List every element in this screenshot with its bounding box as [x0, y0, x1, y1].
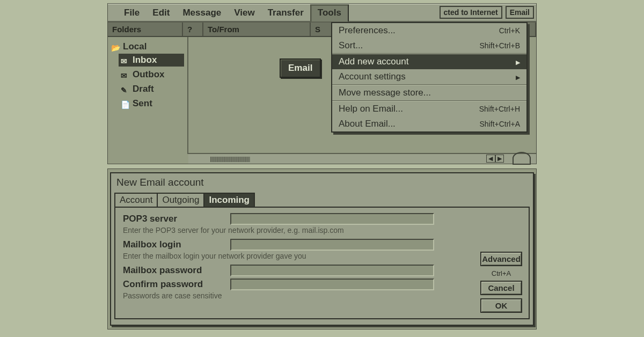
- menu-move-message-store[interactable]: Move message store...: [332, 85, 526, 100]
- tab-incoming[interactable]: Incoming: [203, 193, 255, 207]
- scrollbar-ticks: ||||||||||||||||||||||||||||||||||||||||: [210, 156, 250, 162]
- menu-item-shortcut: Shift+Ctrl+A: [480, 120, 520, 128]
- menu-help-on-email[interactable]: Help on Email... Shift+Ctrl+H: [332, 101, 526, 116]
- menu-item-label: Account settings: [339, 71, 406, 82]
- menu-item-shortcut: Shift+Ctrl+B: [480, 41, 520, 50]
- menu-preferences[interactable]: Preferences... Ctrl+K: [332, 23, 526, 38]
- email-main-window: File Edit Message View Transfer Tools ct…: [107, 3, 537, 164]
- folder-open-icon: [111, 42, 121, 51]
- scroll-left-icon[interactable]: ◀: [486, 155, 495, 163]
- menu-account-settings[interactable]: Account settings: [332, 69, 526, 84]
- menu-item-label: Preferences...: [339, 25, 396, 36]
- scroll-right-icon[interactable]: ▶: [495, 155, 504, 163]
- menu-add-new-account[interactable]: Add new account: [332, 54, 526, 69]
- tab-incoming-body: POP3 server Enter the POP3 server for yo…: [114, 207, 530, 319]
- connection-status: cted to Internet: [440, 6, 502, 19]
- tools-dropdown: Preferences... Ctrl+K Sort... Shift+Ctrl…: [331, 22, 528, 133]
- confirm-password-input[interactable]: [230, 279, 434, 290]
- menu-item-shortcut: Ctrl+K: [499, 26, 520, 35]
- menu-item-label: Add new account: [339, 56, 408, 67]
- menu-file[interactable]: File: [118, 5, 146, 20]
- menu-item-shortcut: Shift+Ctrl+H: [479, 105, 520, 113]
- ok-button[interactable]: OK: [480, 298, 522, 313]
- submenu-arrow-icon: [511, 71, 520, 82]
- confirm-password-label: Confirm password: [123, 279, 230, 290]
- menu-message[interactable]: Message: [176, 5, 228, 20]
- outbox-icon: [121, 70, 130, 79]
- menu-item-label: Help on Email...: [339, 104, 403, 114]
- mailbox-login-label: Mailbox login: [123, 239, 230, 250]
- tree-item-outbox[interactable]: Outbox: [119, 68, 184, 81]
- pop3-server-label: POP3 server: [123, 214, 230, 224]
- tree-root-local[interactable]: Local: [111, 41, 184, 52]
- menu-item-label: About Email...: [339, 119, 396, 129]
- pop3-server-hint: Enter the POP3 server for your network p…: [123, 226, 521, 235]
- folder-tree: Local Inbox Outbox Draft Sent: [108, 37, 188, 154]
- menu-item-label: Move message store...: [339, 87, 431, 98]
- tree-item-draft[interactable]: Draft: [119, 83, 184, 96]
- mailbox-password-input[interactable]: [230, 265, 434, 276]
- cancel-button[interactable]: Cancel: [480, 281, 522, 295]
- password-hint: Passwords are case sensitive: [123, 291, 521, 300]
- tree-item-sent[interactable]: Sent: [119, 97, 184, 110]
- tree-root-label: Local: [123, 41, 147, 52]
- tab-account[interactable]: Account: [114, 193, 158, 207]
- menu-about-email[interactable]: About Email... Shift+Ctrl+A: [332, 116, 526, 131]
- menu-item-label: Sort...: [339, 40, 363, 51]
- menu-tools[interactable]: Tools: [310, 4, 349, 21]
- clock-icon: [513, 152, 531, 165]
- tree-item-inbox[interactable]: Inbox: [119, 54, 184, 67]
- tree-item-label: Draft: [133, 84, 154, 94]
- tree-item-label: Inbox: [133, 55, 157, 65]
- tree-item-label: Outbox: [133, 69, 165, 80]
- status-bar: ||||||||||||||||||||||||||||||||||||||||…: [188, 153, 536, 164]
- menu-transfer[interactable]: Transfer: [261, 5, 310, 20]
- submenu-arrow-icon: [511, 56, 520, 67]
- menu-edit[interactable]: Edit: [146, 5, 176, 20]
- menu-view[interactable]: View: [228, 5, 261, 20]
- col-question[interactable]: ?: [183, 23, 203, 36]
- dialog-title: New Email account: [111, 173, 533, 193]
- sent-icon: [121, 99, 130, 108]
- new-account-dialog: New Email account Account Outgoing Incom…: [110, 172, 534, 326]
- tree-item-label: Sent: [133, 98, 152, 109]
- col-tofrom[interactable]: To/From: [203, 23, 311, 36]
- menu-sort[interactable]: Sort... Shift+Ctrl+B: [332, 38, 526, 53]
- dialog-button-stack: Advanced Ctrl+A Cancel OK: [480, 252, 522, 313]
- tab-outgoing[interactable]: Outgoing: [157, 193, 204, 207]
- submenu-category-label: Email: [280, 58, 321, 78]
- mailbox-login-hint: Enter the mailbox login your network pro…: [123, 252, 521, 260]
- advanced-shortcut: Ctrl+A: [492, 269, 511, 277]
- new-account-dialog-window: New Email account Account Outgoing Incom…: [107, 169, 537, 329]
- mailbox-password-label: Mailbox password: [123, 265, 230, 276]
- pop3-server-input[interactable]: [230, 213, 434, 225]
- scroll-arrows: ◀ ▶: [486, 155, 504, 163]
- mailbox-login-input[interactable]: [230, 239, 434, 251]
- draft-icon: [121, 85, 130, 93]
- col-folders[interactable]: Folders: [108, 23, 183, 36]
- app-badge[interactable]: Email: [506, 6, 534, 19]
- advanced-button[interactable]: Advanced: [480, 252, 522, 266]
- dialog-tabs: Account Outgoing Incoming: [114, 193, 533, 207]
- inbox-icon: [121, 56, 130, 64]
